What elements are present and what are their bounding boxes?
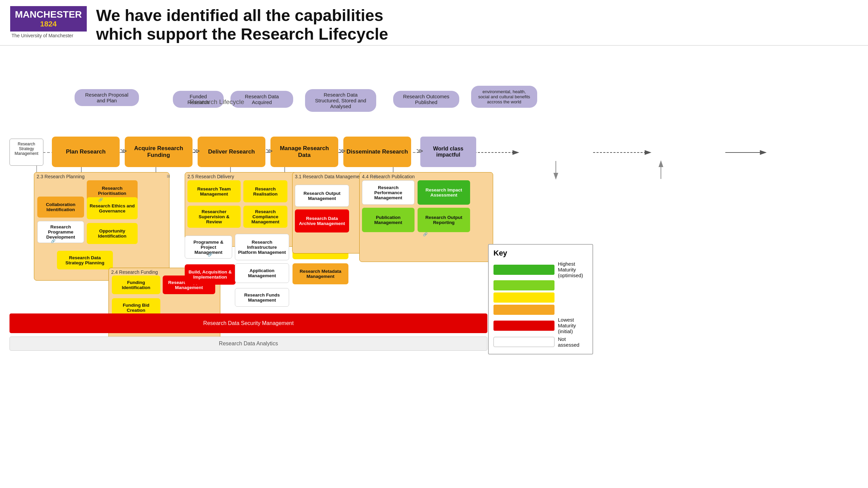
analytics-bar: Research Data Analytics bbox=[9, 337, 487, 351]
archive-mgmt-box: Research Data Archive Management bbox=[295, 209, 349, 232]
key-label-highest: Highest Maturity (optimised) bbox=[558, 261, 588, 278]
key-swatch-orange bbox=[493, 305, 554, 315]
funding-id-box: Funding Identification bbox=[112, 276, 160, 294]
data-strategy-box: Research Data Strategy Planning bbox=[57, 251, 113, 269]
key-row-lowest: Lowest Maturity (initial) bbox=[493, 317, 588, 334]
manage-data-box: Manage Research Data bbox=[270, 137, 338, 167]
pill-structured: Research Data Structured, Stored and Ana… bbox=[305, 89, 376, 112]
key-swatch-yellow bbox=[493, 292, 554, 303]
key-row-green bbox=[493, 280, 588, 290]
world-class-box: World class impactful bbox=[420, 137, 476, 167]
programme-dev-box: Research Programme Development bbox=[37, 221, 84, 243]
key-swatch-highest bbox=[493, 265, 554, 275]
output-reporting-box: Research Output Reporting bbox=[418, 208, 470, 232]
key-label-not-assessed: Not assessed bbox=[558, 336, 588, 348]
logo-wrap: MANCHESTER 1824 The University of Manche… bbox=[10, 6, 87, 38]
data-management-label: 3.1 Research Data Management bbox=[295, 174, 363, 179]
pub-mgmt-box: Publication Management bbox=[362, 208, 415, 232]
link-icon-prog-proj: 🔗 bbox=[208, 252, 213, 257]
key-title: Key bbox=[493, 249, 588, 258]
output-mgmt-box: Research Output Management bbox=[295, 185, 349, 207]
security-bar: Research Data Security Management bbox=[9, 313, 487, 333]
chevron-acquire: ≫ bbox=[120, 147, 127, 155]
page-title: We have identified all the capabilities … bbox=[96, 6, 401, 43]
chevron-manage: ≫ bbox=[266, 147, 273, 155]
disseminate-box: Disseminate Research bbox=[343, 137, 411, 167]
link-icon-prioritisation: 🔗 bbox=[98, 198, 103, 202]
deliver-research-box: Deliver Research bbox=[198, 137, 265, 167]
diagram: Research Proposal and Plan Funded Resear… bbox=[0, 46, 868, 488]
research-delivery-label: 2.5 Research Delivery bbox=[187, 174, 234, 179]
research-funding-label: 2.4 Research Funding bbox=[111, 269, 158, 275]
lifecycle-label: Research Lifecycle bbox=[190, 98, 244, 106]
pill-benefits: environmental, health, social and cultur… bbox=[471, 86, 537, 108]
ethics-governance-box: Research Ethics and Governance bbox=[87, 197, 138, 219]
perf-mgmt-box: Research Performance Management bbox=[362, 180, 415, 205]
key-row-not-assessed: Not assessed bbox=[493, 336, 588, 348]
key-row-yellow bbox=[493, 292, 588, 303]
realisation-box: Research Realisation bbox=[243, 180, 287, 202]
supervision-box: Researcher Supervision & Review bbox=[187, 206, 241, 228]
pill-published: Research Outcomes Published bbox=[393, 91, 459, 108]
chevron-deliver: ≫ bbox=[193, 147, 200, 155]
collaboration-id-box: Collaboration Identification bbox=[37, 197, 84, 218]
impact-assessment-box: Research Impact Assessment bbox=[418, 180, 470, 205]
grid-icon-publication: ⊞ bbox=[374, 174, 378, 179]
opp-id-box: Opportunity Identification bbox=[87, 223, 138, 244]
app-mgmt-box: Application Management bbox=[235, 263, 289, 283]
grid-icon-delivery: ⊞ bbox=[220, 174, 223, 179]
plan-research-box: Plan Research bbox=[52, 137, 120, 167]
publication-label: 4.4 Research Publication bbox=[362, 174, 415, 179]
header: MANCHESTER 1824 The University of Manche… bbox=[0, 0, 868, 46]
logo-subtitle: The University of Manchester bbox=[10, 33, 87, 38]
research-planning-label: 2.3 Research Planning bbox=[37, 174, 85, 179]
key-swatch-lowest bbox=[493, 321, 554, 331]
chevron-disseminate: ≫ bbox=[339, 147, 346, 155]
acquire-funding-box: Acquire Research Funding bbox=[125, 137, 193, 167]
logo-year: 1824 bbox=[15, 20, 82, 28]
strategy-box: Research Strategy Management bbox=[9, 139, 43, 166]
build-acq-box: Research Funds Management bbox=[235, 288, 289, 307]
chevron-world: ≫ bbox=[416, 147, 423, 155]
key-swatch-not-assessed bbox=[493, 337, 554, 347]
compliance-box: Research Compliance Management bbox=[243, 206, 287, 228]
infra-platform-box: Research Infrastructure Platform Managem… bbox=[235, 234, 289, 260]
funds-mgmt-box: Build, Acquisition & Implementation bbox=[185, 264, 236, 285]
pill-proposal: Research Proposal and Plan bbox=[75, 89, 139, 106]
key-row-orange bbox=[493, 305, 588, 315]
key-row-highest: Highest Maturity (optimised) bbox=[493, 261, 588, 278]
key-swatch-green bbox=[493, 280, 554, 290]
key-box: Key Highest Maturity (optimised) Lowest … bbox=[488, 244, 593, 354]
grid-icon-planning: ⊞ bbox=[167, 174, 170, 179]
link-icon-prog-dev: 🔗 bbox=[51, 239, 56, 243]
key-label-lowest: Lowest Maturity (initial) bbox=[558, 317, 588, 334]
team-mgmt-box: Research Team Management bbox=[187, 180, 241, 202]
metadata-mgmt-box: Research Metadata Management bbox=[292, 263, 348, 284]
link-icon-output-reporting: 🔗 bbox=[423, 232, 428, 237]
university-logo: MANCHESTER 1824 bbox=[10, 6, 87, 32]
logo-text: MANCHESTER bbox=[15, 9, 82, 20]
